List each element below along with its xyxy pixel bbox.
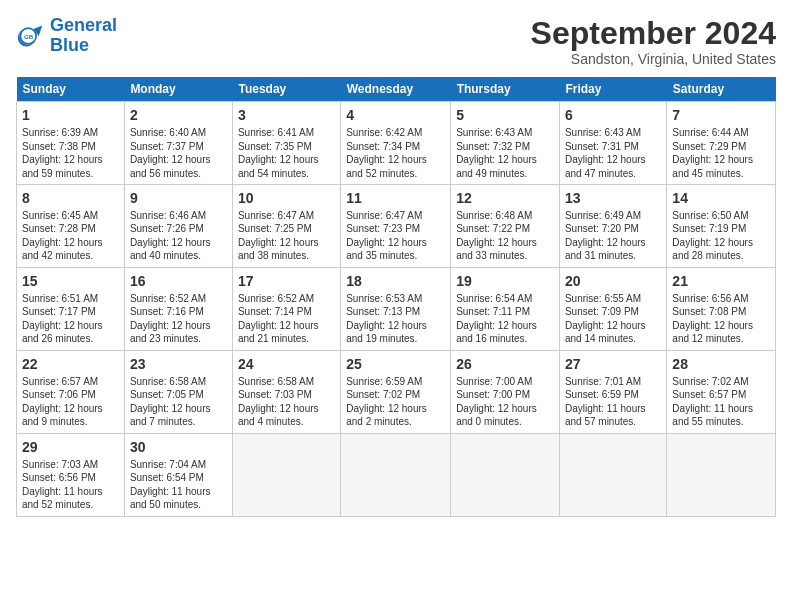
calendar-cell: 16Sunrise: 6:52 AMSunset: 7:16 PMDayligh… <box>124 267 232 350</box>
day-info: Sunset: 7:31 PM <box>565 140 661 154</box>
day-number: 10 <box>238 189 335 208</box>
logo-line1: General <box>50 15 117 35</box>
day-info: Daylight: 11 hours <box>565 402 661 416</box>
calendar-cell: 21Sunrise: 6:56 AMSunset: 7:08 PMDayligh… <box>667 267 776 350</box>
day-info: Sunrise: 6:58 AM <box>238 375 335 389</box>
col-header-monday: Monday <box>124 77 232 102</box>
day-number: 25 <box>346 355 445 374</box>
day-info: and 55 minutes. <box>672 415 770 429</box>
day-info: Sunrise: 7:01 AM <box>565 375 661 389</box>
day-info: Daylight: 12 hours <box>565 153 661 167</box>
day-info: Sunset: 7:19 PM <box>672 222 770 236</box>
day-info: Sunset: 7:11 PM <box>456 305 554 319</box>
day-info: and 54 minutes. <box>238 167 335 181</box>
col-header-wednesday: Wednesday <box>341 77 451 102</box>
day-info: Daylight: 12 hours <box>346 153 445 167</box>
day-number: 16 <box>130 272 227 291</box>
day-info: and 9 minutes. <box>22 415 119 429</box>
day-info: and 28 minutes. <box>672 249 770 263</box>
day-info: Daylight: 12 hours <box>130 153 227 167</box>
day-info: Sunset: 7:00 PM <box>456 388 554 402</box>
day-info: Sunrise: 6:43 AM <box>565 126 661 140</box>
day-info: Sunrise: 6:56 AM <box>672 292 770 306</box>
day-info: Sunset: 7:22 PM <box>456 222 554 236</box>
title-block: September 2024 Sandston, Virginia, Unite… <box>531 16 776 67</box>
day-info: Daylight: 12 hours <box>456 236 554 250</box>
col-header-thursday: Thursday <box>451 77 560 102</box>
calendar-cell: 7Sunrise: 6:44 AMSunset: 7:29 PMDaylight… <box>667 102 776 185</box>
day-info: Daylight: 12 hours <box>22 236 119 250</box>
day-info: Daylight: 11 hours <box>130 485 227 499</box>
calendar-cell: 20Sunrise: 6:55 AMSunset: 7:09 PMDayligh… <box>559 267 666 350</box>
day-info: Sunrise: 6:40 AM <box>130 126 227 140</box>
day-info: Sunrise: 6:46 AM <box>130 209 227 223</box>
day-number: 21 <box>672 272 770 291</box>
day-info: Sunrise: 6:39 AM <box>22 126 119 140</box>
day-info: Sunrise: 6:53 AM <box>346 292 445 306</box>
calendar-cell: 9Sunrise: 6:46 AMSunset: 7:26 PMDaylight… <box>124 185 232 268</box>
calendar-table: SundayMondayTuesdayWednesdayThursdayFrid… <box>16 77 776 516</box>
day-info: Sunset: 6:59 PM <box>565 388 661 402</box>
calendar-cell: 30Sunrise: 7:04 AMSunset: 6:54 PMDayligh… <box>124 433 232 516</box>
day-info: Sunset: 7:13 PM <box>346 305 445 319</box>
day-info: Sunset: 6:57 PM <box>672 388 770 402</box>
calendar-cell: 24Sunrise: 6:58 AMSunset: 7:03 PMDayligh… <box>232 350 340 433</box>
day-info: and 14 minutes. <box>565 332 661 346</box>
logo: GB General Blue <box>16 16 117 56</box>
col-header-sunday: Sunday <box>17 77 125 102</box>
calendar-cell: 10Sunrise: 6:47 AMSunset: 7:25 PMDayligh… <box>232 185 340 268</box>
day-info: Sunset: 7:20 PM <box>565 222 661 236</box>
calendar-cell: 18Sunrise: 6:53 AMSunset: 7:13 PMDayligh… <box>341 267 451 350</box>
day-info: Sunset: 7:25 PM <box>238 222 335 236</box>
calendar-cell: 14Sunrise: 6:50 AMSunset: 7:19 PMDayligh… <box>667 185 776 268</box>
day-info: and 35 minutes. <box>346 249 445 263</box>
day-info: Sunrise: 6:52 AM <box>130 292 227 306</box>
day-info: Daylight: 12 hours <box>238 236 335 250</box>
day-info: Sunrise: 6:47 AM <box>346 209 445 223</box>
calendar-cell: 12Sunrise: 6:48 AMSunset: 7:22 PMDayligh… <box>451 185 560 268</box>
day-number: 17 <box>238 272 335 291</box>
week-row-1: 1Sunrise: 6:39 AMSunset: 7:38 PMDaylight… <box>17 102 776 185</box>
day-number: 15 <box>22 272 119 291</box>
day-info: Sunrise: 6:51 AM <box>22 292 119 306</box>
day-info: and 50 minutes. <box>130 498 227 512</box>
day-info: Sunrise: 6:50 AM <box>672 209 770 223</box>
day-info: Sunrise: 6:55 AM <box>565 292 661 306</box>
header: GB General Blue September 2024 Sandston,… <box>16 16 776 67</box>
day-number: 27 <box>565 355 661 374</box>
day-info: Sunset: 7:29 PM <box>672 140 770 154</box>
day-info: Sunset: 7:06 PM <box>22 388 119 402</box>
calendar-cell: 3Sunrise: 6:41 AMSunset: 7:35 PMDaylight… <box>232 102 340 185</box>
subtitle: Sandston, Virginia, United States <box>531 51 776 67</box>
day-info: Sunset: 7:23 PM <box>346 222 445 236</box>
day-info: and 38 minutes. <box>238 249 335 263</box>
day-info: Daylight: 11 hours <box>672 402 770 416</box>
day-number: 23 <box>130 355 227 374</box>
day-number: 11 <box>346 189 445 208</box>
day-info: Daylight: 12 hours <box>346 236 445 250</box>
calendar-cell: 8Sunrise: 6:45 AMSunset: 7:28 PMDaylight… <box>17 185 125 268</box>
day-info: Sunrise: 6:57 AM <box>22 375 119 389</box>
page: GB General Blue September 2024 Sandston,… <box>0 0 792 527</box>
month-title: September 2024 <box>531 16 776 51</box>
day-info: Sunset: 7:03 PM <box>238 388 335 402</box>
day-info: Sunset: 7:34 PM <box>346 140 445 154</box>
day-info: and 2 minutes. <box>346 415 445 429</box>
day-info: Sunrise: 7:04 AM <box>130 458 227 472</box>
day-info: and 57 minutes. <box>565 415 661 429</box>
calendar-cell: 23Sunrise: 6:58 AMSunset: 7:05 PMDayligh… <box>124 350 232 433</box>
day-info: Sunset: 7:37 PM <box>130 140 227 154</box>
day-info: Sunrise: 6:41 AM <box>238 126 335 140</box>
day-info: and 23 minutes. <box>130 332 227 346</box>
day-info: and 12 minutes. <box>672 332 770 346</box>
day-info: Daylight: 12 hours <box>672 319 770 333</box>
day-info: Sunset: 6:56 PM <box>22 471 119 485</box>
day-number: 1 <box>22 106 119 125</box>
day-info: and 42 minutes. <box>22 249 119 263</box>
day-number: 19 <box>456 272 554 291</box>
calendar-cell: 25Sunrise: 6:59 AMSunset: 7:02 PMDayligh… <box>341 350 451 433</box>
calendar-cell: 22Sunrise: 6:57 AMSunset: 7:06 PMDayligh… <box>17 350 125 433</box>
day-info: and 16 minutes. <box>456 332 554 346</box>
col-header-saturday: Saturday <box>667 77 776 102</box>
day-number: 29 <box>22 438 119 457</box>
